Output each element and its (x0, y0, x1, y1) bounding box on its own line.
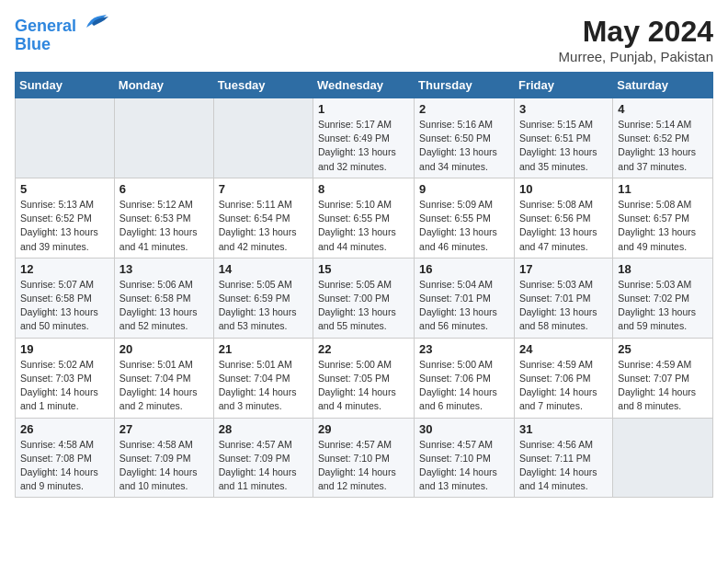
day-cell: 6Sunrise: 5:12 AMSunset: 6:53 PMDaylight… (114, 178, 213, 258)
day-number: 11 (618, 182, 708, 196)
page-header: General Blue May 2024 Murree, Punjab, Pa… (15, 15, 713, 64)
day-detail: Sunrise: 5:03 AMSunset: 7:02 PMDaylight:… (618, 278, 708, 334)
day-cell (114, 98, 213, 178)
day-number: 20 (119, 342, 209, 356)
day-cell (213, 98, 313, 178)
day-cell: 2Sunrise: 5:16 AMSunset: 6:50 PMDaylight… (415, 98, 515, 178)
column-header-monday: Monday (114, 73, 213, 98)
day-detail: Sunrise: 5:17 AMSunset: 6:49 PMDaylight:… (318, 118, 409, 174)
month-title: May 2024 (559, 15, 713, 49)
day-detail: Sunrise: 4:59 AMSunset: 7:07 PMDaylight:… (618, 358, 708, 414)
day-number: 19 (20, 342, 109, 356)
day-cell (16, 98, 115, 178)
day-cell: 24Sunrise: 4:59 AMSunset: 7:06 PMDayligh… (514, 338, 612, 418)
day-detail: Sunrise: 4:59 AMSunset: 7:06 PMDaylight:… (519, 358, 608, 414)
day-cell: 14Sunrise: 5:05 AMSunset: 6:59 PMDayligh… (213, 258, 313, 338)
day-detail: Sunrise: 5:09 AMSunset: 6:55 PMDaylight:… (419, 198, 509, 254)
day-number: 13 (119, 262, 209, 276)
day-cell: 1Sunrise: 5:17 AMSunset: 6:49 PMDaylight… (313, 98, 415, 178)
day-cell: 31Sunrise: 4:56 AMSunset: 7:11 PMDayligh… (514, 418, 612, 498)
logo: General Blue (15, 15, 108, 54)
column-header-sunday: Sunday (16, 73, 115, 98)
column-header-thursday: Thursday (415, 73, 515, 98)
day-cell: 9Sunrise: 5:09 AMSunset: 6:55 PMDaylight… (415, 178, 515, 258)
day-cell: 15Sunrise: 5:05 AMSunset: 7:00 PMDayligh… (313, 258, 415, 338)
day-number: 8 (318, 182, 409, 196)
column-header-tuesday: Tuesday (213, 73, 313, 98)
day-number: 7 (219, 182, 308, 196)
day-detail: Sunrise: 5:00 AMSunset: 7:06 PMDaylight:… (419, 358, 509, 414)
day-cell: 30Sunrise: 4:57 AMSunset: 7:10 PMDayligh… (415, 418, 515, 498)
day-detail: Sunrise: 5:12 AMSunset: 6:53 PMDaylight:… (119, 198, 209, 254)
location: Murree, Punjab, Pakistan (559, 49, 713, 64)
day-number: 10 (519, 182, 608, 196)
day-cell: 22Sunrise: 5:00 AMSunset: 7:05 PMDayligh… (313, 338, 415, 418)
day-cell: 26Sunrise: 4:58 AMSunset: 7:08 PMDayligh… (16, 418, 115, 498)
day-number: 25 (618, 342, 708, 356)
day-detail: Sunrise: 5:13 AMSunset: 6:52 PMDaylight:… (20, 198, 109, 254)
day-detail: Sunrise: 5:15 AMSunset: 6:51 PMDaylight:… (519, 118, 608, 174)
day-number: 26 (20, 422, 109, 436)
day-number: 31 (519, 422, 608, 436)
day-cell: 13Sunrise: 5:06 AMSunset: 6:58 PMDayligh… (114, 258, 213, 338)
day-number: 24 (519, 342, 608, 356)
logo-bird-icon (83, 11, 108, 31)
day-cell: 19Sunrise: 5:02 AMSunset: 7:03 PMDayligh… (16, 338, 115, 418)
day-number: 28 (219, 422, 308, 436)
day-detail: Sunrise: 5:08 AMSunset: 6:57 PMDaylight:… (618, 198, 708, 254)
day-cell: 18Sunrise: 5:03 AMSunset: 7:02 PMDayligh… (613, 258, 713, 338)
day-detail: Sunrise: 5:11 AMSunset: 6:54 PMDaylight:… (219, 198, 308, 254)
day-detail: Sunrise: 4:58 AMSunset: 7:08 PMDaylight:… (20, 438, 109, 494)
day-cell: 27Sunrise: 4:58 AMSunset: 7:09 PMDayligh… (114, 418, 213, 498)
day-detail: Sunrise: 5:07 AMSunset: 6:58 PMDaylight:… (20, 278, 109, 334)
calendar-body: 1Sunrise: 5:17 AMSunset: 6:49 PMDaylight… (16, 98, 713, 498)
day-cell: 5Sunrise: 5:13 AMSunset: 6:52 PMDaylight… (16, 178, 115, 258)
week-row-3: 12Sunrise: 5:07 AMSunset: 6:58 PMDayligh… (16, 258, 713, 338)
day-detail: Sunrise: 5:06 AMSunset: 6:58 PMDaylight:… (119, 278, 209, 334)
day-cell: 28Sunrise: 4:57 AMSunset: 7:09 PMDayligh… (213, 418, 313, 498)
day-detail: Sunrise: 5:02 AMSunset: 7:03 PMDaylight:… (20, 358, 109, 414)
day-number: 29 (318, 422, 409, 436)
calendar-header-row: SundayMondayTuesdayWednesdayThursdayFrid… (16, 73, 713, 98)
day-detail: Sunrise: 5:03 AMSunset: 7:01 PMDaylight:… (519, 278, 608, 334)
day-cell: 16Sunrise: 5:04 AMSunset: 7:01 PMDayligh… (415, 258, 515, 338)
day-detail: Sunrise: 5:00 AMSunset: 7:05 PMDaylight:… (318, 358, 409, 414)
column-header-saturday: Saturday (613, 73, 713, 98)
day-number: 4 (618, 102, 708, 116)
day-detail: Sunrise: 5:01 AMSunset: 7:04 PMDaylight:… (219, 358, 308, 414)
day-cell: 29Sunrise: 4:57 AMSunset: 7:10 PMDayligh… (313, 418, 415, 498)
day-detail: Sunrise: 4:57 AMSunset: 7:09 PMDaylight:… (219, 438, 308, 494)
day-number: 5 (20, 182, 109, 196)
day-detail: Sunrise: 4:57 AMSunset: 7:10 PMDaylight:… (419, 438, 509, 494)
day-detail: Sunrise: 5:05 AMSunset: 6:59 PMDaylight:… (219, 278, 308, 334)
week-row-5: 26Sunrise: 4:58 AMSunset: 7:08 PMDayligh… (16, 418, 713, 498)
day-detail: Sunrise: 5:01 AMSunset: 7:04 PMDaylight:… (119, 358, 209, 414)
week-row-1: 1Sunrise: 5:17 AMSunset: 6:49 PMDaylight… (16, 98, 713, 178)
day-number: 16 (419, 262, 509, 276)
day-detail: Sunrise: 5:10 AMSunset: 6:55 PMDaylight:… (318, 198, 409, 254)
day-cell (613, 418, 713, 498)
logo-text: General Blue (15, 15, 108, 54)
day-detail: Sunrise: 5:14 AMSunset: 6:52 PMDaylight:… (618, 118, 708, 174)
day-number: 27 (119, 422, 209, 436)
week-row-2: 5Sunrise: 5:13 AMSunset: 6:52 PMDaylight… (16, 178, 713, 258)
day-cell: 7Sunrise: 5:11 AMSunset: 6:54 PMDaylight… (213, 178, 313, 258)
day-number: 18 (618, 262, 708, 276)
day-number: 9 (419, 182, 509, 196)
day-cell: 8Sunrise: 5:10 AMSunset: 6:55 PMDaylight… (313, 178, 415, 258)
day-cell: 25Sunrise: 4:59 AMSunset: 7:07 PMDayligh… (613, 338, 713, 418)
day-number: 3 (519, 102, 608, 116)
day-cell: 11Sunrise: 5:08 AMSunset: 6:57 PMDayligh… (613, 178, 713, 258)
day-cell: 10Sunrise: 5:08 AMSunset: 6:56 PMDayligh… (514, 178, 612, 258)
week-row-4: 19Sunrise: 5:02 AMSunset: 7:03 PMDayligh… (16, 338, 713, 418)
day-number: 15 (318, 262, 409, 276)
day-detail: Sunrise: 4:58 AMSunset: 7:09 PMDaylight:… (119, 438, 209, 494)
day-number: 1 (318, 102, 409, 116)
day-number: 14 (219, 262, 308, 276)
day-cell: 20Sunrise: 5:01 AMSunset: 7:04 PMDayligh… (114, 338, 213, 418)
day-number: 17 (519, 262, 608, 276)
day-detail: Sunrise: 4:56 AMSunset: 7:11 PMDaylight:… (519, 438, 608, 494)
title-block: May 2024 Murree, Punjab, Pakistan (559, 15, 713, 64)
day-cell: 21Sunrise: 5:01 AMSunset: 7:04 PMDayligh… (213, 338, 313, 418)
day-cell: 12Sunrise: 5:07 AMSunset: 6:58 PMDayligh… (16, 258, 115, 338)
